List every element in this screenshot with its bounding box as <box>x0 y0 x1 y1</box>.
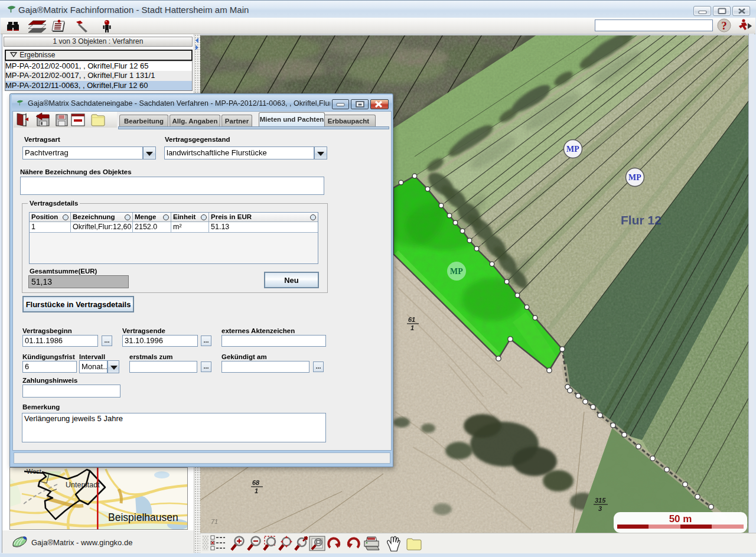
svg-text:71: 71 <box>211 518 218 525</box>
svg-text:50 m: 50 m <box>669 513 692 525</box>
svg-text:Beispielhausen: Beispielhausen <box>108 512 178 523</box>
svg-text:3: 3 <box>598 505 602 512</box>
svg-text:West: West <box>27 468 41 475</box>
svg-text:61: 61 <box>408 316 415 323</box>
svg-text:1: 1 <box>410 324 414 331</box>
svg-text:MP: MP <box>566 145 579 154</box>
svg-text:MP: MP <box>628 173 641 182</box>
svg-text:?: ? <box>721 19 727 32</box>
svg-text:1: 1 <box>255 487 258 494</box>
svg-text:Flur 12: Flur 12 <box>621 213 662 227</box>
svg-text:315: 315 <box>595 497 606 504</box>
svg-text:MP: MP <box>450 267 463 276</box>
svg-text:68: 68 <box>252 479 260 486</box>
svg-text:Unterstadt: Unterstadt <box>66 481 100 489</box>
